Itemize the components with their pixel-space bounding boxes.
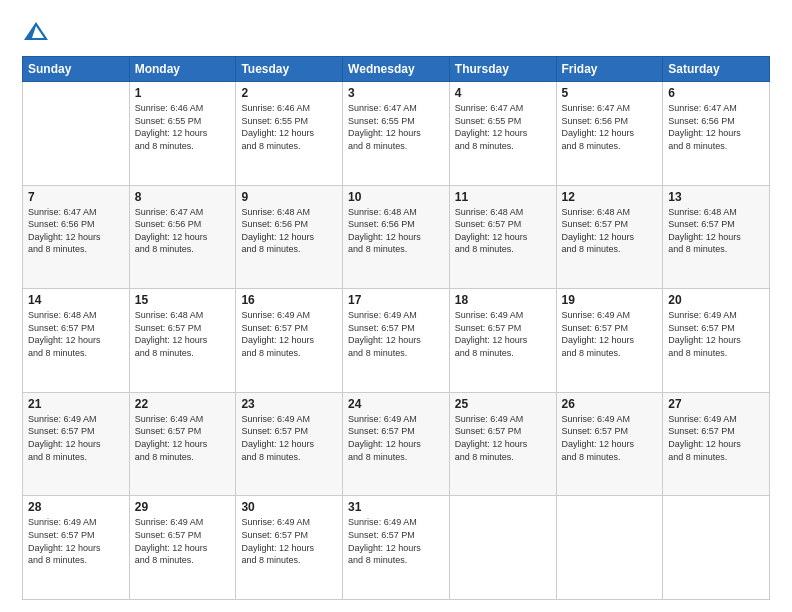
cell-info: Sunrise: 6:48 AM Sunset: 6:57 PM Dayligh…	[562, 206, 658, 256]
calendar-cell: 22Sunrise: 6:49 AM Sunset: 6:57 PM Dayli…	[129, 392, 236, 496]
cell-info: Sunrise: 6:49 AM Sunset: 6:57 PM Dayligh…	[135, 413, 231, 463]
cell-info: Sunrise: 6:49 AM Sunset: 6:57 PM Dayligh…	[455, 413, 551, 463]
day-header-friday: Friday	[556, 57, 663, 82]
day-number: 26	[562, 397, 658, 411]
day-number: 16	[241, 293, 337, 307]
day-number: 23	[241, 397, 337, 411]
day-number: 11	[455, 190, 551, 204]
calendar-cell: 8Sunrise: 6:47 AM Sunset: 6:56 PM Daylig…	[129, 185, 236, 289]
cell-info: Sunrise: 6:47 AM Sunset: 6:55 PM Dayligh…	[348, 102, 444, 152]
calendar-cell: 17Sunrise: 6:49 AM Sunset: 6:57 PM Dayli…	[343, 289, 450, 393]
calendar-cell: 2Sunrise: 6:46 AM Sunset: 6:55 PM Daylig…	[236, 82, 343, 186]
day-header-saturday: Saturday	[663, 57, 770, 82]
calendar-week-row: 1Sunrise: 6:46 AM Sunset: 6:55 PM Daylig…	[23, 82, 770, 186]
day-header-tuesday: Tuesday	[236, 57, 343, 82]
cell-info: Sunrise: 6:48 AM Sunset: 6:56 PM Dayligh…	[348, 206, 444, 256]
cell-info: Sunrise: 6:49 AM Sunset: 6:57 PM Dayligh…	[135, 516, 231, 566]
calendar-cell: 14Sunrise: 6:48 AM Sunset: 6:57 PM Dayli…	[23, 289, 130, 393]
calendar-cell: 18Sunrise: 6:49 AM Sunset: 6:57 PM Dayli…	[449, 289, 556, 393]
day-number: 29	[135, 500, 231, 514]
calendar-cell: 11Sunrise: 6:48 AM Sunset: 6:57 PM Dayli…	[449, 185, 556, 289]
cell-info: Sunrise: 6:48 AM Sunset: 6:57 PM Dayligh…	[455, 206, 551, 256]
day-number: 2	[241, 86, 337, 100]
cell-info: Sunrise: 6:46 AM Sunset: 6:55 PM Dayligh…	[241, 102, 337, 152]
calendar-cell: 6Sunrise: 6:47 AM Sunset: 6:56 PM Daylig…	[663, 82, 770, 186]
logo-icon	[22, 18, 50, 46]
calendar-week-row: 21Sunrise: 6:49 AM Sunset: 6:57 PM Dayli…	[23, 392, 770, 496]
cell-info: Sunrise: 6:49 AM Sunset: 6:57 PM Dayligh…	[668, 309, 764, 359]
day-number: 3	[348, 86, 444, 100]
day-number: 8	[135, 190, 231, 204]
day-number: 5	[562, 86, 658, 100]
day-number: 1	[135, 86, 231, 100]
cell-info: Sunrise: 6:47 AM Sunset: 6:56 PM Dayligh…	[668, 102, 764, 152]
calendar-week-row: 7Sunrise: 6:47 AM Sunset: 6:56 PM Daylig…	[23, 185, 770, 289]
calendar-cell: 20Sunrise: 6:49 AM Sunset: 6:57 PM Dayli…	[663, 289, 770, 393]
day-number: 30	[241, 500, 337, 514]
day-number: 19	[562, 293, 658, 307]
day-number: 31	[348, 500, 444, 514]
cell-info: Sunrise: 6:47 AM Sunset: 6:55 PM Dayligh…	[455, 102, 551, 152]
day-number: 10	[348, 190, 444, 204]
calendar-header-row: SundayMondayTuesdayWednesdayThursdayFrid…	[23, 57, 770, 82]
day-number: 9	[241, 190, 337, 204]
calendar-cell: 21Sunrise: 6:49 AM Sunset: 6:57 PM Dayli…	[23, 392, 130, 496]
calendar-cell: 16Sunrise: 6:49 AM Sunset: 6:57 PM Dayli…	[236, 289, 343, 393]
day-header-sunday: Sunday	[23, 57, 130, 82]
day-number: 4	[455, 86, 551, 100]
calendar-cell: 30Sunrise: 6:49 AM Sunset: 6:57 PM Dayli…	[236, 496, 343, 600]
day-header-thursday: Thursday	[449, 57, 556, 82]
calendar-cell: 26Sunrise: 6:49 AM Sunset: 6:57 PM Dayli…	[556, 392, 663, 496]
header	[22, 18, 770, 46]
calendar-cell: 24Sunrise: 6:49 AM Sunset: 6:57 PM Dayli…	[343, 392, 450, 496]
cell-info: Sunrise: 6:49 AM Sunset: 6:57 PM Dayligh…	[241, 516, 337, 566]
page: SundayMondayTuesdayWednesdayThursdayFrid…	[0, 0, 792, 612]
day-number: 6	[668, 86, 764, 100]
calendar-cell: 3Sunrise: 6:47 AM Sunset: 6:55 PM Daylig…	[343, 82, 450, 186]
calendar-cell: 31Sunrise: 6:49 AM Sunset: 6:57 PM Dayli…	[343, 496, 450, 600]
cell-info: Sunrise: 6:49 AM Sunset: 6:57 PM Dayligh…	[28, 413, 124, 463]
calendar-cell: 23Sunrise: 6:49 AM Sunset: 6:57 PM Dayli…	[236, 392, 343, 496]
calendar-cell: 25Sunrise: 6:49 AM Sunset: 6:57 PM Dayli…	[449, 392, 556, 496]
calendar-week-row: 14Sunrise: 6:48 AM Sunset: 6:57 PM Dayli…	[23, 289, 770, 393]
calendar-cell	[23, 82, 130, 186]
day-number: 25	[455, 397, 551, 411]
calendar-cell	[449, 496, 556, 600]
day-number: 24	[348, 397, 444, 411]
cell-info: Sunrise: 6:49 AM Sunset: 6:57 PM Dayligh…	[668, 413, 764, 463]
day-number: 22	[135, 397, 231, 411]
cell-info: Sunrise: 6:49 AM Sunset: 6:57 PM Dayligh…	[348, 516, 444, 566]
cell-info: Sunrise: 6:47 AM Sunset: 6:56 PM Dayligh…	[28, 206, 124, 256]
calendar-cell: 19Sunrise: 6:49 AM Sunset: 6:57 PM Dayli…	[556, 289, 663, 393]
cell-info: Sunrise: 6:46 AM Sunset: 6:55 PM Dayligh…	[135, 102, 231, 152]
calendar-cell: 9Sunrise: 6:48 AM Sunset: 6:56 PM Daylig…	[236, 185, 343, 289]
cell-info: Sunrise: 6:49 AM Sunset: 6:57 PM Dayligh…	[348, 309, 444, 359]
day-number: 15	[135, 293, 231, 307]
calendar-cell: 15Sunrise: 6:48 AM Sunset: 6:57 PM Dayli…	[129, 289, 236, 393]
logo	[22, 18, 54, 46]
calendar-cell: 29Sunrise: 6:49 AM Sunset: 6:57 PM Dayli…	[129, 496, 236, 600]
cell-info: Sunrise: 6:48 AM Sunset: 6:57 PM Dayligh…	[668, 206, 764, 256]
calendar-cell: 5Sunrise: 6:47 AM Sunset: 6:56 PM Daylig…	[556, 82, 663, 186]
day-number: 13	[668, 190, 764, 204]
calendar-cell: 27Sunrise: 6:49 AM Sunset: 6:57 PM Dayli…	[663, 392, 770, 496]
cell-info: Sunrise: 6:49 AM Sunset: 6:57 PM Dayligh…	[241, 309, 337, 359]
calendar-cell: 10Sunrise: 6:48 AM Sunset: 6:56 PM Dayli…	[343, 185, 450, 289]
calendar-cell	[663, 496, 770, 600]
calendar-cell: 12Sunrise: 6:48 AM Sunset: 6:57 PM Dayli…	[556, 185, 663, 289]
day-number: 27	[668, 397, 764, 411]
cell-info: Sunrise: 6:48 AM Sunset: 6:57 PM Dayligh…	[135, 309, 231, 359]
cell-info: Sunrise: 6:49 AM Sunset: 6:57 PM Dayligh…	[348, 413, 444, 463]
calendar-week-row: 28Sunrise: 6:49 AM Sunset: 6:57 PM Dayli…	[23, 496, 770, 600]
day-number: 14	[28, 293, 124, 307]
cell-info: Sunrise: 6:49 AM Sunset: 6:57 PM Dayligh…	[455, 309, 551, 359]
calendar-cell: 7Sunrise: 6:47 AM Sunset: 6:56 PM Daylig…	[23, 185, 130, 289]
cell-info: Sunrise: 6:49 AM Sunset: 6:57 PM Dayligh…	[28, 516, 124, 566]
cell-info: Sunrise: 6:49 AM Sunset: 6:57 PM Dayligh…	[562, 413, 658, 463]
calendar-cell: 4Sunrise: 6:47 AM Sunset: 6:55 PM Daylig…	[449, 82, 556, 186]
cell-info: Sunrise: 6:47 AM Sunset: 6:56 PM Dayligh…	[135, 206, 231, 256]
day-number: 21	[28, 397, 124, 411]
day-number: 12	[562, 190, 658, 204]
cell-info: Sunrise: 6:48 AM Sunset: 6:57 PM Dayligh…	[28, 309, 124, 359]
cell-info: Sunrise: 6:49 AM Sunset: 6:57 PM Dayligh…	[241, 413, 337, 463]
